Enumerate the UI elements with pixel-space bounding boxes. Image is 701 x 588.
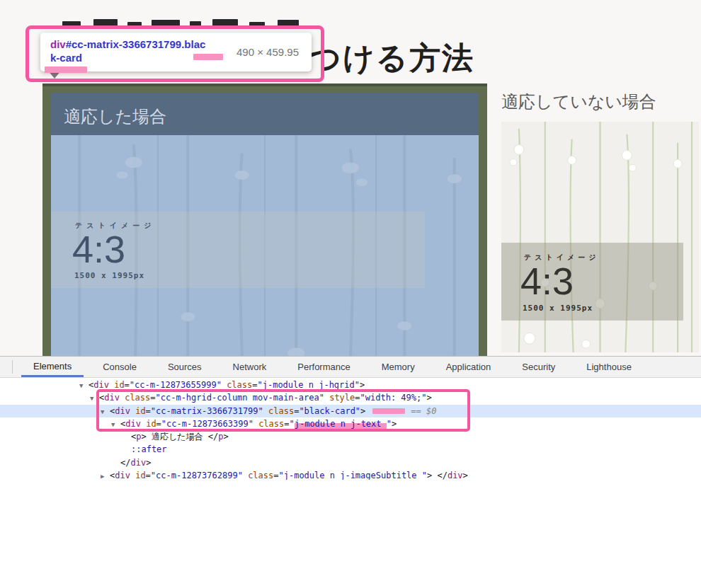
code-token-p: > [223,432,228,442]
devtools-tab-elements[interactable]: Elements [21,357,84,377]
right-image-caption-band: テストイメージ 4:3 1500 x 1995px [501,243,683,321]
annotation-box-code [96,389,470,432]
annotation-box-tooltip [25,25,324,82]
left-test-image: テストイメージ 4:3 1500 x 1995px [51,135,479,359]
code-token-p: = [146,471,151,480]
devtools-tabbar: ElementsConsoleSourcesNetworkPerformance… [0,356,701,378]
left-column-card: 適応した場合 [42,83,487,359]
right-test-image: テストイメージ 4:3 1500 x 1995px [501,122,699,352]
devtools-tab-security[interactable]: Security [510,357,567,377]
right-panel-label: 適応していない場合 [501,91,656,113]
test-image-ratio: 4:3 [520,259,574,303]
dom-tree-node[interactable]: ▶<div id="cc-m-12873762899" class="j-mod… [0,469,701,480]
devtools-tab-network[interactable]: Network [221,357,279,377]
code-token-p: > [146,458,151,468]
code-token-p: = [125,380,130,390]
test-image-size: 1500 x 1995px [74,271,144,280]
code-token-val: "cc-m-12873762899" [151,471,243,480]
code-token-p: > [463,471,468,480]
code-token-p: </ [437,471,447,480]
code-token-tag: div [93,380,109,390]
test-image-ratio: 4:3 [72,227,125,271]
code-token-p: > [141,432,146,442]
devtools-tab-memory[interactable]: Memory [370,357,427,377]
twisty-expanded-icon[interactable]: ▼ [79,379,89,392]
twisty-collapsed-icon[interactable]: ▶ [101,470,110,480]
code-token-p: </ [120,458,130,468]
test-image-size: 1500 x 1995px [523,304,593,313]
card-content-highlight: 適応した場合 [51,93,479,359]
devtools-tab-lighthouse[interactable]: Lighthouse [574,357,644,377]
dom-tree-node[interactable]: ::after [0,443,701,456]
left-card-label: 適応した場合 [64,105,166,128]
code-token-val: "j-module n j-hgrid" [257,380,360,390]
code-token-val: "cc-m-12873655999" [130,380,222,390]
code-token-attr: class [248,471,273,480]
bottom-notes-area: 表示ページで確認すると… 追加したコードの「親要素」（ここでは左のカラム自体）に… [0,478,701,588]
left-image-caption-band: テストイメージ 4:3 1500 x 1995px [51,212,425,288]
dom-tree-node[interactable]: <p> 適応した場合 </p> [0,430,701,443]
code-token-val: "j-module n j-imageSubtitle " [278,471,427,480]
devtools-tab-performance[interactable]: Performance [285,357,362,377]
devtools-tab-console[interactable]: Console [91,357,149,377]
code-token-attr: id [114,380,124,390]
code-token-tag: div [448,471,463,480]
devtools-tab-sources[interactable]: Sources [156,357,214,377]
code-token-tag: div [115,471,130,480]
code-token-attr: class [227,380,252,390]
tabbar-separator [12,360,13,374]
web-page-area: つける方法 適応した場合 [0,0,701,356]
dom-tree-node[interactable]: </div> [0,456,701,469]
page-title-partial: つける方法 [309,38,474,79]
devtools-tab-application[interactable]: Application [434,357,503,377]
code-token-tag: div [130,458,146,468]
code-token-p: </ [208,432,218,442]
code-token-attr: id [135,471,145,480]
code-token-pseudo: ::after [131,444,167,454]
code-token-p: > [360,380,365,390]
code-token-text: 適応した場合 [147,432,208,442]
